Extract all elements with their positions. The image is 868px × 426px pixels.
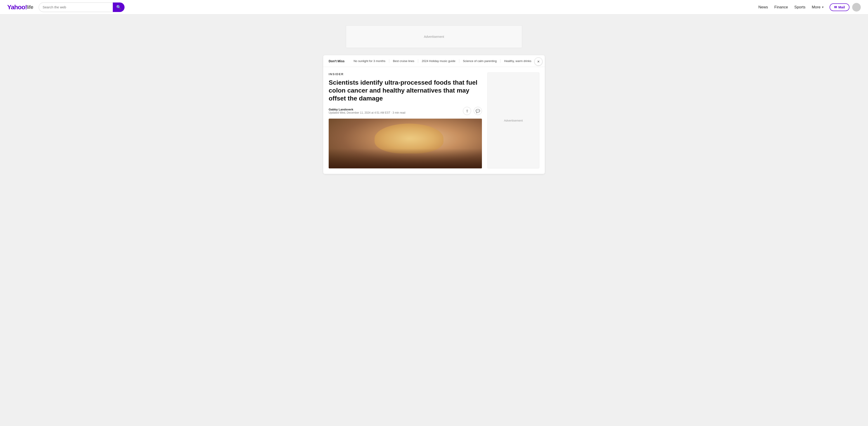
article-source: INSIDER (329, 73, 482, 76)
comment-button[interactable]: 💬 (474, 107, 482, 115)
nav-finance[interactable]: Finance (774, 5, 788, 9)
header: Yahoo! life 🔍 News Finance Sports More ▼… (0, 0, 868, 15)
logo-yahoo-text: Yahoo! (7, 4, 27, 11)
dont-miss-links: No sunlight for 3 months Best cruise lin… (350, 59, 539, 63)
article-body: INSIDER Scientists identify ultra-proces… (323, 67, 545, 174)
share-icon: ⇧ (466, 109, 469, 113)
nav-more[interactable]: More ▼ (812, 5, 824, 9)
search-input[interactable] (39, 2, 113, 12)
share-button[interactable]: ⇧ (463, 107, 471, 115)
dont-miss-link-1[interactable]: Best cruise lines (389, 59, 418, 63)
article-main: INSIDER Scientists identify ultra-proces… (329, 73, 482, 168)
author-name: Gabby Landsverk (329, 108, 405, 111)
dont-miss-link-4[interactable]: Healthy, warm drinks (500, 59, 535, 63)
nav-sports[interactable]: Sports (794, 5, 805, 9)
author-info: Gabby Landsverk Updated Wed, December 11… (329, 108, 405, 114)
avatar[interactable] (852, 3, 861, 11)
article-actions: ⇧ 💬 (463, 107, 482, 115)
dont-miss-link-3[interactable]: Science of calm parenting (459, 59, 501, 63)
article-sidebar-ad: Advertisement (487, 73, 539, 168)
chevron-down-icon: ▼ (822, 6, 824, 9)
dont-miss-bar: Don't Miss No sunlight for 3 months Best… (323, 55, 545, 67)
search-button[interactable]: 🔍 (113, 2, 125, 12)
close-button[interactable]: × (534, 57, 542, 66)
article-date: Updated Wed, December 11, 2024 at 4:51 A… (329, 111, 405, 114)
search-container: 🔍 (39, 2, 125, 12)
close-icon: × (537, 59, 540, 64)
page-background: Advertisement × Don't Miss No sunlight f… (0, 25, 868, 197)
ad-banner: Advertisement (346, 25, 522, 48)
ad-banner-text: Advertisement (424, 35, 444, 38)
dont-miss-link-2[interactable]: 2024 Holiday music guide (418, 59, 459, 63)
dont-miss-label: Don't Miss (329, 59, 344, 63)
article-image (329, 119, 482, 168)
sidebar-ad-text: Advertisement (504, 119, 523, 122)
mail-icon: ✉ (834, 5, 837, 9)
article-image-bg (329, 119, 482, 168)
nav-news[interactable]: News (758, 5, 768, 9)
mail-button[interactable]: ✉ Mail (830, 3, 849, 11)
article-container: × Don't Miss No sunlight for 3 months Be… (323, 55, 545, 174)
dont-miss-link-0[interactable]: No sunlight for 3 months (350, 59, 389, 63)
search-icon: 🔍 (116, 5, 121, 10)
nav-links: News Finance Sports More ▼ (758, 5, 824, 9)
logo[interactable]: Yahoo! life (7, 4, 33, 11)
logo-life-text: life (27, 4, 33, 10)
article-meta: Gabby Landsverk Updated Wed, December 11… (329, 107, 482, 115)
article-title: Scientists identify ultra-processed food… (329, 79, 482, 102)
comment-icon: 💬 (475, 109, 480, 113)
